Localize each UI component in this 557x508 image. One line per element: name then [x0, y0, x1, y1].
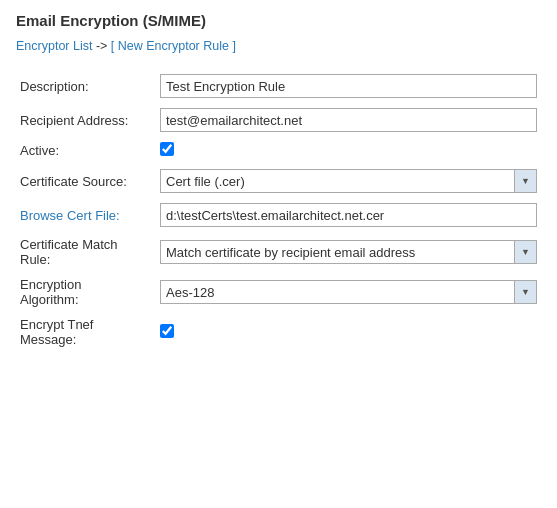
cert-match-rule-label: Certificate MatchRule:	[16, 232, 156, 272]
cert-match-rule-select[interactable]: Match certificate by recipient email add…	[161, 243, 514, 262]
browse-cert-file-row: Browse Cert File:	[16, 198, 541, 232]
browse-cert-file-input[interactable]	[160, 203, 537, 227]
description-label: Description:	[16, 69, 156, 103]
encryption-algorithm-select-wrapper: Aes-128 Aes-256 3DES RC2	[160, 280, 537, 304]
certificate-source-select[interactable]: Cert file (.cer) Certificate Store LDAP	[161, 172, 514, 191]
active-row: Active:	[16, 137, 541, 164]
cert-match-rule-row: Certificate MatchRule: Match certificate…	[16, 232, 541, 272]
encryption-algorithm-row: EncryptionAlgorithm: Aes-128 Aes-256 3DE…	[16, 272, 541, 312]
page-title: Email Encryption (S/MIME)	[16, 12, 541, 29]
page-container: Email Encryption (S/MIME) Encryptor List…	[0, 0, 557, 364]
certificate-source-row: Certificate Source: Cert file (.cer) Cer…	[16, 164, 541, 198]
certificate-source-select-wrapper: Cert file (.cer) Certificate Store LDAP	[160, 169, 537, 193]
breadcrumb: Encryptor List -> [ New Encryptor Rule ]	[16, 39, 541, 53]
cert-match-rule-select-wrapper: Match certificate by recipient email add…	[160, 240, 537, 264]
encryption-algorithm-select[interactable]: Aes-128 Aes-256 3DES RC2	[161, 283, 514, 302]
cert-match-rule-dropdown-arrow[interactable]	[514, 241, 536, 263]
breadcrumb-parent-link[interactable]: Encryptor List	[16, 39, 92, 53]
recipient-address-label: Recipient Address:	[16, 103, 156, 137]
recipient-address-row: Recipient Address:	[16, 103, 541, 137]
recipient-address-input[interactable]	[160, 108, 537, 132]
breadcrumb-current-link[interactable]: [ New Encryptor Rule ]	[111, 39, 236, 53]
encrypt-tnef-row: Encrypt TnefMessage:	[16, 312, 541, 352]
encryption-algorithm-label: EncryptionAlgorithm:	[16, 272, 156, 312]
form-table: Description: Recipient Address: Active:	[16, 69, 541, 352]
certificate-source-label: Certificate Source:	[16, 164, 156, 198]
certificate-source-dropdown-arrow[interactable]	[514, 170, 536, 192]
active-label: Active:	[16, 137, 156, 164]
browse-cert-file-link[interactable]: Browse Cert File:	[20, 208, 120, 223]
description-input[interactable]	[160, 74, 537, 98]
description-row: Description:	[16, 69, 541, 103]
active-checkbox[interactable]	[160, 142, 174, 156]
encryption-algorithm-dropdown-arrow[interactable]	[514, 281, 536, 303]
encrypt-tnef-checkbox[interactable]	[160, 324, 174, 338]
breadcrumb-separator: ->	[96, 39, 111, 53]
encrypt-tnef-label: Encrypt TnefMessage:	[16, 312, 156, 352]
